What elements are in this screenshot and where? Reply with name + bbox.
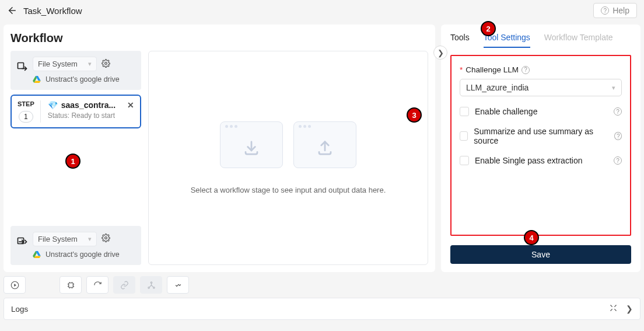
content-row: Workflow File System ▾ <box>0 21 644 272</box>
callout-1: 1 <box>65 154 80 169</box>
challenge-label-text: Challenge LLM <box>466 65 519 74</box>
input-type-select[interactable]: File System ▾ <box>33 57 97 71</box>
workflow-title: Workflow <box>10 32 428 45</box>
play-button[interactable] <box>4 276 26 294</box>
input-body: File System ▾ <box>33 57 135 84</box>
challenge-field: * Challenge LLM ? LLM_azure_india ▾ <box>460 65 622 96</box>
back-arrow-icon[interactable] <box>7 5 18 16</box>
output-drive-line: Unstract's google drive <box>33 250 135 259</box>
output-body: File System ▾ Unstract's google dri <box>33 232 135 259</box>
download-icon <box>242 138 261 158</box>
topbar-left: Task_Workflow <box>7 5 82 16</box>
logs-label: Logs <box>11 305 28 313</box>
nodes-button <box>140 276 162 294</box>
gear-icon[interactable] <box>102 59 110 69</box>
challenge-select[interactable]: LLM_azure_india ▾ <box>460 79 622 96</box>
input-type-value: File System <box>38 60 78 68</box>
placeholder-box-output <box>293 121 356 168</box>
tab-tools[interactable]: Tools <box>450 33 470 48</box>
logs-bar[interactable]: Logs ❯ <box>4 298 640 320</box>
required-mark: * <box>460 65 463 74</box>
enable-challenge-checkbox[interactable]: Enable challenge ? <box>460 107 622 116</box>
settings-box: * Challenge LLM ? LLM_azure_india ▾ Enab… <box>450 55 631 236</box>
output-connector: File System ▾ Unstract's google dri <box>10 226 141 265</box>
input-drive-line: Unstract's google drive <box>33 75 135 84</box>
side-tabs: Tools Tool Settings Workflow Template <box>450 33 631 48</box>
logs-actions: ❯ <box>609 304 633 314</box>
placeholder-text: Select a workflow stage to see input and… <box>191 186 386 194</box>
challenge-value: LLM_azure_india <box>466 83 528 92</box>
help-icon[interactable]: ? <box>614 156 622 165</box>
input-icon <box>16 61 28 73</box>
enable-challenge-label: Enable challenge <box>475 107 537 116</box>
checkbox-icon <box>460 107 469 116</box>
step-main: 💎 saas_contra... ✕ Status: Ready to star… <box>48 100 134 120</box>
chevron-right-icon[interactable]: ❯ <box>626 304 633 313</box>
close-icon[interactable]: ✕ <box>127 100 134 110</box>
input-drive-label: Unstract's google drive <box>46 75 120 84</box>
checkbox-icon <box>460 131 468 141</box>
save-button[interactable]: Save <box>450 245 631 264</box>
chevron-down-icon: ▾ <box>88 60 92 68</box>
help-icon: ? <box>601 6 609 15</box>
chevron-right-icon: ❯ <box>438 48 444 57</box>
aim-button[interactable] <box>167 276 189 294</box>
topbar: Task_Workflow ? Help <box>0 0 644 21</box>
step-card[interactable]: STEP 1 💎 saas_contra... ✕ Status: Ready … <box>10 95 141 128</box>
gear-icon[interactable] <box>102 234 110 244</box>
page-title: Task_Workflow <box>23 6 82 16</box>
svg-point-7 <box>148 287 149 288</box>
step-number: 1 <box>19 111 33 123</box>
chevron-down-icon: ▾ <box>612 84 615 92</box>
output-type-select[interactable]: File System ▾ <box>33 232 97 246</box>
summarize-checkbox[interactable]: Summarize and use summary as source ? <box>460 127 622 145</box>
step-status: Status: Ready to start <box>48 112 134 120</box>
checkbox-icon <box>460 156 469 165</box>
output-drive-label: Unstract's google drive <box>46 250 120 259</box>
step-badge-label: STEP <box>18 100 34 107</box>
chip-button[interactable] <box>60 276 82 294</box>
svg-rect-0 <box>18 63 24 69</box>
summarize-label: Summarize and use summary as source <box>474 127 603 145</box>
callout-3: 3 <box>407 107 422 123</box>
expand-icon[interactable] <box>609 304 618 314</box>
side-panel: ❯ Tools Tool Settings Workflow Template … <box>441 25 640 272</box>
diamond-icon: 💎 <box>48 100 58 110</box>
svg-point-3 <box>105 237 107 239</box>
placeholder-box-input <box>220 121 283 168</box>
help-icon[interactable]: ? <box>522 66 530 74</box>
workflow-preview: Select a workflow stage to see input and… <box>148 51 428 265</box>
google-drive-icon <box>33 76 41 83</box>
output-icon <box>16 236 28 248</box>
svg-point-1 <box>105 62 107 64</box>
output-type-value: File System <box>38 235 78 243</box>
toolbar-group <box>60 276 189 294</box>
single-pass-checkbox[interactable]: Enable Single pass extraction ? <box>460 156 622 165</box>
step-name: saas_contra... <box>61 100 116 110</box>
tab-workflow-template[interactable]: Workflow Template <box>544 33 613 48</box>
google-drive-icon <box>33 251 41 258</box>
step-badge: STEP 1 <box>18 100 41 123</box>
refresh-button[interactable] <box>86 276 108 294</box>
bottom-toolbar <box>0 272 644 298</box>
help-icon[interactable]: ? <box>614 107 622 116</box>
challenge-label: * Challenge LLM ? <box>460 65 622 74</box>
svg-point-6 <box>150 281 152 283</box>
single-pass-label: Enable Single pass extraction <box>475 156 582 165</box>
svg-point-8 <box>153 287 155 288</box>
help-icon[interactable]: ? <box>614 132 622 140</box>
help-button[interactable]: ? Help <box>593 3 637 18</box>
help-label: Help <box>612 6 629 15</box>
svg-rect-5 <box>68 283 73 287</box>
collapse-handle[interactable]: ❯ <box>433 46 447 60</box>
chevron-down-icon: ▾ <box>88 235 92 243</box>
placeholder-boxes <box>220 121 356 168</box>
callout-2: 2 <box>481 21 496 36</box>
input-connector: File System ▾ <box>10 51 141 90</box>
workflow-card: Workflow File System ▾ <box>4 25 435 272</box>
link-button <box>113 276 135 294</box>
upload-icon <box>315 138 335 158</box>
callout-4: 4 <box>524 230 539 245</box>
